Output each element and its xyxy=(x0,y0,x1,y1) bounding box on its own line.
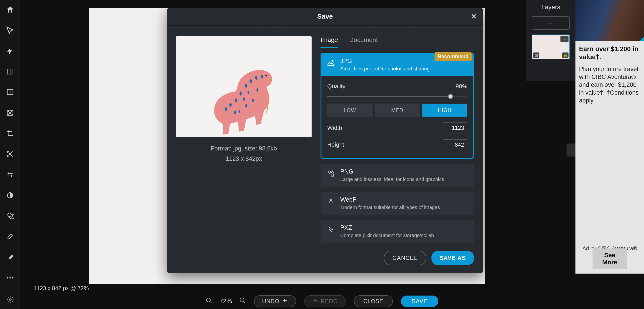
width-input[interactable] xyxy=(442,122,467,133)
format-webp[interactable]: WebP Modern format suitable for all type… xyxy=(320,192,474,215)
zoom-out-icon[interactable] xyxy=(206,297,212,305)
svg-point-32 xyxy=(330,200,331,201)
format-webp-desc: Modern format suitable for all types of … xyxy=(340,204,440,210)
png-icon xyxy=(326,169,335,178)
svg-point-19 xyxy=(230,103,232,107)
format-pxz-desc: Complete pixlr document for storage/coll… xyxy=(340,232,434,238)
recommend-badge: Recommend xyxy=(434,52,472,61)
svg-point-24 xyxy=(252,98,254,102)
lock-icon[interactable]: 🔒 xyxy=(562,53,568,58)
pxz-icon xyxy=(326,225,335,234)
sliders-icon[interactable] xyxy=(4,169,16,180)
preset-med[interactable]: MED xyxy=(375,104,420,117)
preview-format: Format: jpg, size: 98.6kb xyxy=(176,144,312,154)
pattern-icon[interactable] xyxy=(4,107,16,118)
preview-dimensions: 1123 x 842px xyxy=(176,154,312,164)
format-png-desc: Large and lossless, ideal for icons and … xyxy=(340,176,444,182)
format-pxz[interactable]: PXZ Complete pixlr document for storage/… xyxy=(320,220,474,243)
ad-body: Plan your future travel with CIBC Aventu… xyxy=(576,63,644,107)
eraser-icon[interactable] xyxy=(4,231,16,242)
layers-title: Layers xyxy=(530,4,572,11)
svg-point-4 xyxy=(7,155,9,157)
zoom-in-icon[interactable] xyxy=(239,297,246,305)
save-button[interactable]: SAVE xyxy=(401,295,438,307)
quality-value: 90% xyxy=(456,83,467,90)
format-pxz-title: PXZ xyxy=(340,224,434,231)
close-button[interactable]: CLOSE xyxy=(354,295,393,307)
layer-thumbnail[interactable]: ⋯ ▨ 🔒 xyxy=(532,35,570,59)
format-webp-title: WebP xyxy=(340,196,440,203)
pointer-icon[interactable] xyxy=(4,25,16,36)
webp-icon xyxy=(326,197,335,206)
home-icon[interactable] xyxy=(4,4,16,15)
layer-type-icon: ▨ xyxy=(533,53,540,58)
ad-headline: Earn over $1,200 in value†. xyxy=(576,41,644,63)
format-png-title: PNG xyxy=(340,168,444,175)
more-icon[interactable] xyxy=(4,272,16,283)
tab-image[interactable]: Image xyxy=(320,36,338,48)
svg-point-16 xyxy=(261,75,263,79)
svg-point-8 xyxy=(12,277,14,278)
svg-point-26 xyxy=(238,110,240,113)
redo-button[interactable]: REDO xyxy=(304,295,346,307)
svg-point-7 xyxy=(10,277,11,278)
preview-image xyxy=(176,36,312,137)
scissors-icon[interactable] xyxy=(4,148,16,160)
format-jpg[interactable]: Recommend JPG Small files perfect for ph… xyxy=(320,53,474,76)
width-label: Width xyxy=(327,124,342,131)
svg-point-21 xyxy=(248,91,249,94)
svg-point-15 xyxy=(255,76,258,80)
bottom-bar: 72% UNDO REDO CLOSE SAVE xyxy=(0,293,644,309)
svg-point-20 xyxy=(225,107,227,111)
svg-point-23 xyxy=(245,104,247,108)
jpg-icon xyxy=(326,59,335,68)
undo-button[interactable]: UNDO xyxy=(254,295,296,307)
zap-icon[interactable] xyxy=(4,45,16,57)
svg-rect-31 xyxy=(331,174,334,176)
svg-point-3 xyxy=(7,151,9,153)
svg-point-22 xyxy=(243,97,245,101)
brush-icon[interactable] xyxy=(4,252,16,263)
svg-point-27 xyxy=(256,88,258,92)
preset-low[interactable]: LOW xyxy=(327,104,372,117)
text-icon[interactable] xyxy=(4,87,16,98)
format-png[interactable]: PNG Large and lossless, ideal for icons … xyxy=(320,164,474,187)
quality-slider[interactable] xyxy=(327,96,467,97)
quality-label: Quality xyxy=(327,83,346,90)
svg-point-6 xyxy=(7,277,8,278)
tab-document[interactable]: Document xyxy=(349,36,378,48)
spiral-icon[interactable] xyxy=(4,210,16,221)
height-label: Height xyxy=(327,141,344,148)
panel-collapse-button[interactable]: › xyxy=(566,144,576,157)
svg-point-14 xyxy=(250,79,252,83)
svg-point-17 xyxy=(240,92,242,96)
split-view-icon[interactable] xyxy=(4,66,16,77)
svg-point-29 xyxy=(332,60,333,62)
close-icon[interactable]: ✕ xyxy=(471,13,477,21)
layers-panel: Layers ＋ ⋯ ▨ 🔒 xyxy=(526,0,576,81)
height-input[interactable] xyxy=(442,139,467,150)
svg-point-13 xyxy=(245,84,247,88)
svg-point-25 xyxy=(234,111,236,114)
left-toolbar xyxy=(0,0,20,309)
svg-point-30 xyxy=(328,171,330,173)
cancel-button[interactable]: CANCEL xyxy=(384,251,426,265)
dialog-title: Save xyxy=(317,13,333,20)
ad-cta-button[interactable]: See More xyxy=(593,248,627,269)
zoom-value: 72% xyxy=(220,297,232,305)
crop-icon[interactable] xyxy=(4,128,16,139)
layer-options-icon[interactable]: ⋯ xyxy=(560,36,568,42)
svg-point-28 xyxy=(266,75,267,77)
svg-point-18 xyxy=(235,98,237,102)
save-dialog: Save ✕ xyxy=(167,8,483,273)
add-layer-button[interactable]: ＋ xyxy=(532,16,570,30)
save-as-button[interactable]: SAVE AS xyxy=(432,251,474,265)
jpg-settings: Quality 90% LOW MED HIGH Width Height xyxy=(320,76,474,159)
preset-high[interactable]: HIGH xyxy=(422,104,467,117)
format-jpg-desc: Small files perfect for photos and shari… xyxy=(340,66,430,72)
contrast-icon[interactable] xyxy=(4,190,16,201)
ad-image[interactable] xyxy=(576,0,644,41)
format-jpg-title: JPG xyxy=(340,58,430,65)
canvas-status: 1123 x 842 px @ 72% xyxy=(34,285,89,291)
ad-sidebar: Earn over $1,200 in value†. Plan your fu… xyxy=(576,0,644,273)
